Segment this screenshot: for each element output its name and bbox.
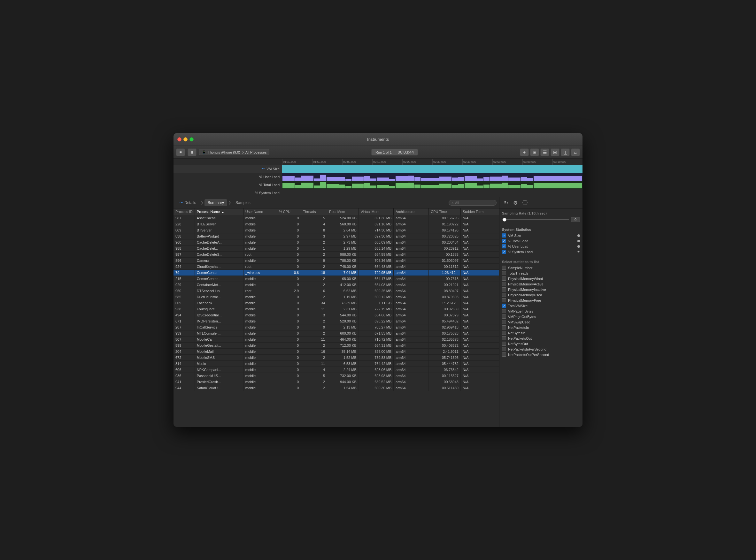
add-button[interactable]: + [520,148,529,156]
rate-slider-thumb[interactable] [503,218,506,222]
process-table: Process ID Process Name ▲ User Name % CP… [174,208,499,391]
track-systemload[interactable] [282,189,582,197]
table-row[interactable]: 672MobileSMSmobile021.52 MB739.83 MBarm6… [174,355,499,361]
table-row[interactable]: 494IDSCredential...mobile03544.00 KB664.… [174,312,499,318]
tab-samples[interactable]: Samples [232,199,254,206]
table-row[interactable]: 809BTServermobile082.64 MB714.30 MBarm64… [174,227,499,233]
cell-pid: 838 [174,233,195,239]
table-row[interactable]: 228BTLEServermobile04568.00 KB691.16 MBa… [174,221,499,227]
pause-button[interactable]: ⏸ [188,148,196,156]
col-header-name[interactable]: Process Name ▲ [195,208,243,215]
minimize-button[interactable] [183,137,188,141]
table-row[interactable]: 950DTServiceHubroot2.966.62 MB699.25 MBa… [174,288,499,294]
table-row[interactable]: 958CacheDelet...mobile011.29 MB665.14 MB… [174,245,499,252]
table-row[interactable]: 936PassbookUIS...mobile05732.00 KB693.98… [174,373,499,379]
checkbox[interactable]: ✓ [502,304,506,308]
checkbox[interactable] [502,342,506,346]
search-input[interactable] [455,201,494,205]
checkbox[interactable] [502,325,506,329]
track-totalload[interactable] [282,181,582,189]
table-row[interactable]: 215CommCenter...mobile0268.00 KB664.17 M… [174,276,499,282]
col-header-cputime[interactable]: CPU Time [429,208,461,215]
cell-cputime: 00.23912 [429,245,461,252]
col-header-realmem[interactable]: Real Mem [327,208,359,215]
col-header-user[interactable]: User Name [243,208,277,215]
col-header-threads[interactable]: Threads [301,208,327,215]
table-row[interactable]: 960CacheDeleteA...mobile022.73 MB666.09 … [174,239,499,245]
device-selector[interactable]: 📱 Thong's iPhone (9.0) ❯ All Processes [199,149,269,155]
select-stat-row: PhysicalMemoryWired [502,276,580,281]
table-row[interactable]: 938Foursquaremobile0112.31 MB722.19 MBar… [174,306,499,312]
table-row[interactable]: 671IMDPersisten...mobile02528.00 KB698.2… [174,318,499,324]
cell-cpu: 0 [277,337,301,343]
checkbox[interactable] [502,336,506,340]
checkbox[interactable] [502,298,506,302]
table-row[interactable]: 807MobileCalmobile011464.00 KB710.72 MBa… [174,337,499,343]
table-row[interactable]: 609Facebookmobile03473.39 MB1.11 GBarm64… [174,300,499,306]
select-stat-row: PhysicalMemoryActive [502,281,580,287]
track-label-totalload: % Total Load [259,183,279,187]
checkbox[interactable] [502,309,506,313]
checkbox[interactable]: ✓ [502,244,506,248]
table-row[interactable]: 939MTLCompiler...mobile02600.00 KB671.53… [174,331,499,337]
table-row[interactable]: 585DuetHeuristic...mobile021.19 MB690.12… [174,294,499,300]
cell-threads: 2 [301,276,327,282]
table-row[interactable]: 587AssetCacheL...mobile05524.00 KB691.36… [174,215,499,221]
checkbox[interactable] [502,287,506,292]
checkbox[interactable]: ✓ [502,250,506,254]
table-row[interactable]: 599MobileGestalt...mobile02712.00 KB664.… [174,343,499,348]
table-row[interactable]: 924CloudKeychai...root02748.00 KB664.48 … [174,264,499,270]
screen-view-button[interactable]: ⊞ [530,148,539,156]
table-container[interactable]: Process ID Process Name ▲ User Name % CP… [174,208,499,427]
checkbox[interactable] [502,271,506,275]
checkbox[interactable] [502,293,506,297]
checkbox[interactable]: ✓ [502,233,506,238]
checkbox[interactable] [502,315,506,319]
checkbox[interactable] [502,277,506,281]
table-row[interactable]: 838BatteryWidgetmobile032.97 MB697.30 MB… [174,233,499,239]
table-row[interactable]: 941ProxiedCrash...mobile02944.00 KB689.5… [174,379,499,385]
table-row[interactable]: 606NPKCompani...mobile042.24 MB693.06 MB… [174,367,499,373]
cell-user: mobile [243,233,277,239]
table-row[interactable]: 929ContainerMet...mobile02412.00 KB664.0… [174,282,499,288]
settings-button[interactable]: ⚙ [511,199,519,206]
close-button[interactable] [177,137,181,141]
table-row[interactable]: 287InCallServicemobile092.13 MB703.27 MB… [174,324,499,331]
col-header-cpu[interactable]: % CPU [277,208,301,215]
track-userload[interactable] [282,173,582,181]
checkbox[interactable] [502,331,506,335]
list-view-button[interactable]: ☰ [540,148,549,156]
checkbox[interactable] [502,347,506,351]
checkbox[interactable] [502,266,506,270]
checkbox[interactable] [502,282,506,286]
col-header-suddenterm[interactable]: Sudden Term [461,208,499,215]
table-row[interactable]: 204MobileMailmobile01635.14 MB825.00 MBa… [174,348,499,355]
refresh-button[interactable]: ↻ [502,199,510,206]
table-row[interactable]: 944SafariCloudU...mobile021.54 MB600.30 … [174,385,499,391]
info-button[interactable]: ⓘ [521,199,529,206]
col-header-virtualmem[interactable]: Virtual Mem [358,208,394,215]
table-row[interactable]: 957CacheDeleteS...root02988.00 KB664.59 … [174,252,499,258]
cell-threads: 8 [301,227,327,233]
tab-details[interactable]: 〜 Details [176,199,199,206]
checkbox[interactable] [502,320,506,324]
rate-slider[interactable] [502,219,569,220]
table-row[interactable]: 896Cameramobile09788.00 KB708.36 MBarm64… [174,258,499,264]
table-row[interactable]: 814Musicmobile0116.53 MB764.42 MBarm6405… [174,361,499,367]
tab-summary[interactable]: Summary [205,199,227,206]
grid-view-button[interactable]: ⊟ [550,148,560,156]
panel-view-button[interactable]: ▱ [571,148,580,156]
checkbox[interactable] [502,353,506,357]
track-vmsize[interactable] [282,165,582,173]
select-stat-row: NetPacketsOutPerSecond [502,352,580,357]
cell-user: mobile [243,282,277,288]
checkbox-label: VMSwapUsed [508,320,580,324]
table-row[interactable]: 79CommCenter_wireless0.6187.04 MB729.95 … [174,270,499,276]
timeline-tracks[interactable] [282,165,582,197]
col-header-pid[interactable]: Process ID [174,208,195,215]
checkbox[interactable]: ✓ [502,239,506,243]
col-header-arch[interactable]: Architecture [394,208,429,215]
stop-button[interactable]: ■ [176,148,185,156]
maximize-button[interactable] [190,137,194,141]
split-view-button[interactable]: ◫ [561,148,570,156]
